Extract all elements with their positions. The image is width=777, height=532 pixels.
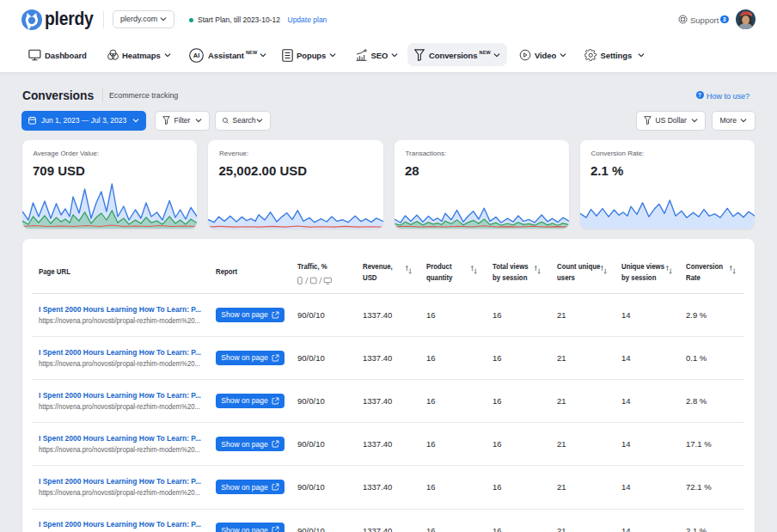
svg-text:AI: AI bbox=[193, 52, 199, 59]
